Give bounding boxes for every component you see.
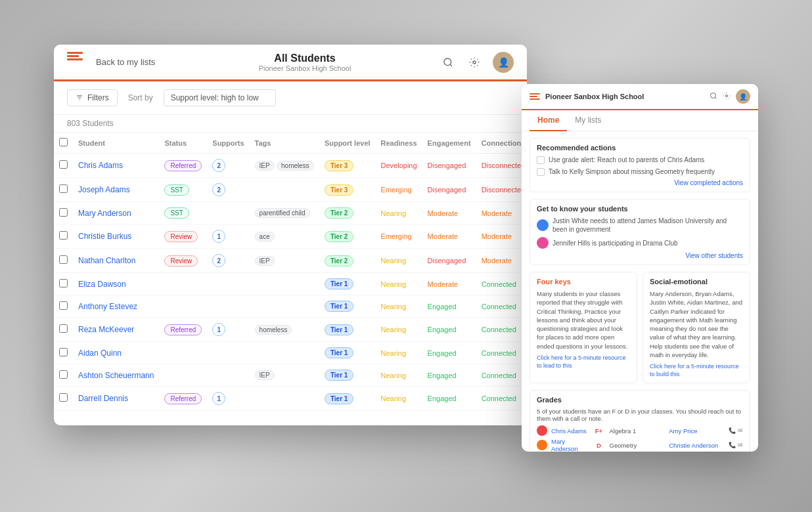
student-name[interactable]: Darrell Dennis xyxy=(78,394,128,403)
connection-value: Moderate xyxy=(482,209,512,217)
panel-user-avatar[interactable]: 👤 xyxy=(736,89,750,104)
table-row[interactable]: Mary Anderson SST parentified child Tier… xyxy=(54,202,527,224)
grade-student-name[interactable]: Mary Anderson xyxy=(551,438,589,452)
student-name[interactable]: Christie Burkus xyxy=(78,232,131,241)
panel-settings-icon[interactable] xyxy=(723,92,731,102)
recommended-actions-section: Recommended actions Use grade alert: Rea… xyxy=(530,138,750,192)
grade-value: F+ xyxy=(593,427,606,435)
four-keys-text: Many students in your classes reported t… xyxy=(537,289,630,351)
student-name[interactable]: Chris Adams xyxy=(78,161,123,170)
student-name[interactable]: Ashton Scheuermann xyxy=(78,371,154,380)
student-name[interactable]: Eliza Dawson xyxy=(78,280,126,289)
readiness-value: Nearing xyxy=(381,326,407,333)
col-header-support-level: Support level xyxy=(319,133,376,154)
filter-button[interactable]: Filters xyxy=(67,89,118,106)
svg-point-5 xyxy=(711,93,716,98)
main-window: Back to my lists All Students Pioneer Sa… xyxy=(54,45,527,425)
tier-badge: Tier 3 xyxy=(325,184,354,196)
note-icon[interactable]: ✉ xyxy=(738,427,743,434)
readiness-value: Nearing xyxy=(381,372,407,379)
row-checkbox[interactable] xyxy=(59,184,68,193)
panel-tabs: Home My lists xyxy=(522,110,758,131)
view-completed-actions-link[interactable]: View completed actions xyxy=(537,179,743,186)
row-checkbox[interactable] xyxy=(59,348,68,356)
grade-subject: Algebra 1 xyxy=(610,427,665,435)
four-keys-social-row: Four keys Many students in your classes … xyxy=(530,272,750,383)
row-checkbox[interactable] xyxy=(59,208,68,217)
note-icon[interactable]: ✉ xyxy=(738,442,743,448)
settings-icon[interactable] xyxy=(466,54,482,70)
engagement-value: Engaged xyxy=(428,303,457,310)
connection-value: Connected xyxy=(482,303,516,310)
view-other-students-link[interactable]: View other students xyxy=(537,252,743,259)
table-row[interactable]: Aidan Quinn Tier 1 Nearing Engaged Conne… xyxy=(54,342,527,364)
connection-value: Connected xyxy=(482,349,516,357)
panel-search-icon[interactable] xyxy=(710,92,717,102)
phone-icon[interactable]: 📞 xyxy=(729,442,736,448)
header-actions: 👤 xyxy=(409,52,514,73)
sort-label: Sort by xyxy=(128,93,153,102)
user-avatar[interactable]: 👤 xyxy=(493,52,514,73)
student-name[interactable]: Reza McKeever xyxy=(78,325,134,334)
toolbar: Filters Sort by Support level: high to l… xyxy=(54,81,527,115)
row-checkbox[interactable] xyxy=(59,255,68,264)
get-to-know-title: Get to know your students xyxy=(537,205,743,213)
row-checkbox[interactable] xyxy=(59,301,68,310)
app-logo xyxy=(67,52,88,73)
table-row[interactable]: Ashton Scheuermann IEP Tier 1 Nearing En… xyxy=(54,364,527,387)
page-title: All Students xyxy=(200,53,409,64)
row-checkbox[interactable] xyxy=(59,160,68,169)
action-checkbox-1[interactable] xyxy=(537,156,545,164)
tab-my-lists[interactable]: My lists xyxy=(567,110,609,131)
grade-teacher[interactable]: Christie Anderson xyxy=(669,442,725,449)
student-count: 803 Students xyxy=(54,115,527,133)
engagement-value: Disengaged xyxy=(428,257,466,265)
search-icon[interactable] xyxy=(440,54,456,70)
table-row[interactable]: Chris Adams Referred 2 IEP homeless Tier… xyxy=(54,154,527,178)
student-name[interactable]: Joseph Adams xyxy=(78,185,130,194)
grade-student-name[interactable]: Chris Adams xyxy=(551,427,589,435)
engagement-value: Disengaged xyxy=(428,161,466,169)
col-header-tags: Tags xyxy=(250,133,319,154)
student-name[interactable]: Mary Anderson xyxy=(78,209,131,218)
grade-subject: Geometry xyxy=(610,442,665,449)
tier-badge: Tier 2 xyxy=(325,207,354,219)
readiness-value: Emerging xyxy=(381,186,412,194)
row-checkbox[interactable] xyxy=(59,279,68,288)
table-row[interactable]: Anthony Estevez Tier 1 Nearing Engaged C… xyxy=(54,295,527,318)
col-header-engagement: Engagement xyxy=(422,133,476,154)
table-row[interactable]: Christie Burkus Review 1 ace Tier 2 Emer… xyxy=(54,224,527,249)
four-keys-link[interactable]: Click here for a 5-minute resource to le… xyxy=(537,354,626,369)
back-link[interactable]: Back to my lists xyxy=(96,57,200,67)
engagement-value: Moderate xyxy=(428,209,458,217)
action-text-2: Talk to Kelly Simpson about missing Geom… xyxy=(549,167,715,177)
engagement-value: Moderate xyxy=(428,280,458,288)
row-checkbox[interactable] xyxy=(59,324,68,333)
action-item-2: Talk to Kelly Simpson about missing Geom… xyxy=(537,167,743,177)
tab-home[interactable]: Home xyxy=(530,110,567,131)
student-name[interactable]: Nathan Charlton xyxy=(78,256,135,265)
readiness-value: Nearing xyxy=(381,303,407,310)
action-checkbox-2[interactable] xyxy=(537,168,545,176)
panel-school-name: Pioneer Sanbox High School xyxy=(545,93,704,100)
action-item-1: Use grade alert: Reach out to parents of… xyxy=(537,156,743,165)
row-checkbox[interactable] xyxy=(59,231,68,240)
table-row[interactable]: Eliza Dawson Tier 1 Nearing Moderate Con… xyxy=(54,273,527,295)
table-row[interactable]: Joseph Adams SST 2 Tier 3 Emerging Disen… xyxy=(54,178,527,202)
row-checkbox[interactable] xyxy=(59,370,68,379)
sort-select[interactable]: Support level: high to low xyxy=(164,89,276,106)
select-all-checkbox[interactable] xyxy=(59,138,68,146)
social-emotional-link[interactable]: Click here for a 5-minute resource to bu… xyxy=(650,363,739,377)
student-name[interactable]: Aidan Quinn xyxy=(78,349,122,358)
grade-teacher[interactable]: Amy Price xyxy=(669,427,725,435)
grade-value: D xyxy=(593,442,606,449)
table-row[interactable]: Nathan Charlton Review 2 IEP Tier 2 Near… xyxy=(54,249,527,273)
panel-window: Pioneer Sanbox High School 👤 Home My lis… xyxy=(522,84,758,452)
row-checkbox[interactable] xyxy=(59,393,68,402)
table-row[interactable]: Reza McKeever Referred 1 homeless Tier 1… xyxy=(54,318,527,342)
connection-value: Disconnected xyxy=(482,186,526,194)
phone-icon[interactable]: 📞 xyxy=(729,427,736,434)
four-keys-title: Four keys xyxy=(537,278,630,286)
table-row[interactable]: Darrell Dennis Referred 1 Tier 1 Nearing… xyxy=(54,387,527,411)
student-name[interactable]: Anthony Estevez xyxy=(78,302,137,311)
